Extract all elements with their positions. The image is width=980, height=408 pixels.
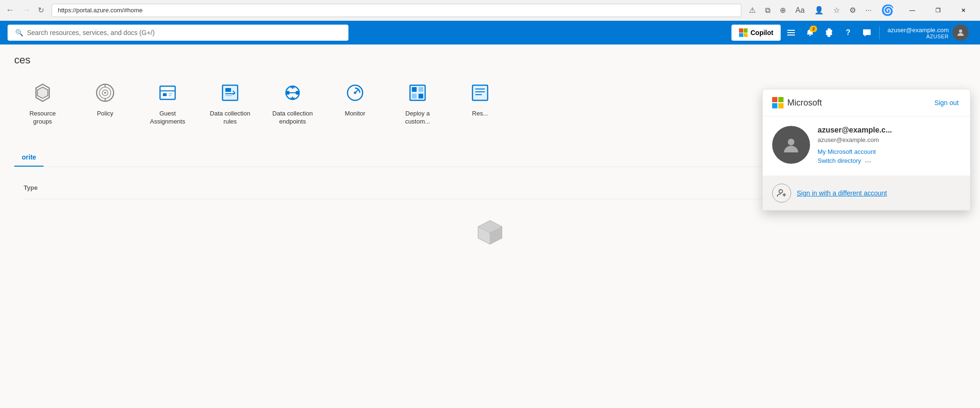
svg-rect-31: [412, 87, 417, 92]
help-button[interactable]: ?: [839, 24, 856, 41]
svg-marker-5: [37, 87, 48, 98]
svg-rect-34: [419, 94, 423, 98]
svg-rect-15: [169, 93, 172, 94]
profile-display-name: azuser@example.c...: [818, 126, 961, 134]
edge-logo: 🌀: [881, 4, 894, 17]
empty-cube-icon: [476, 218, 504, 247]
profile-email: azuser@example.com: [818, 136, 961, 143]
deploy-custom-icon: [404, 80, 431, 106]
type-column-header: Type: [24, 180, 37, 195]
monitor-icon: [342, 80, 368, 106]
my-ms-account-link[interactable]: My Microsoft account: [818, 148, 961, 155]
search-icon: 🔍: [15, 29, 23, 36]
feedback-icon: [863, 28, 871, 37]
svg-point-43: [788, 139, 794, 145]
section-label-text: ces: [14, 54, 30, 66]
favorite-tab[interactable]: orite: [14, 149, 44, 167]
help-icon: ?: [846, 28, 851, 37]
zoom-icon[interactable]: ⊕: [780, 6, 786, 15]
forward-icon[interactable]: →: [22, 5, 30, 15]
resource-groups-icon: [29, 80, 56, 106]
ms-label: Microsoft: [787, 98, 822, 108]
service-policy[interactable]: Policy: [77, 76, 134, 130]
favorite-tab-partial: orite: [22, 153, 36, 161]
profile-links-row: Switch directory ···: [818, 157, 961, 166]
service-data-collection-rules[interactable]: Data collectionrules: [202, 76, 258, 130]
sign-in-different-section[interactable]: Sign in with a different account: [763, 176, 970, 210]
profile-avatar-icon: [782, 135, 801, 154]
more-options-button[interactable]: ···: [865, 158, 871, 166]
sign-in-different-link[interactable]: Sign in with a different account: [797, 189, 887, 197]
minimize-button[interactable]: —: [901, 0, 923, 21]
main-content: ces Resourcegroups: [0, 44, 980, 408]
tab-icon[interactable]: ⧉: [765, 6, 770, 15]
svg-rect-14: [163, 93, 167, 96]
switch-directory-link[interactable]: Switch directory: [818, 157, 861, 164]
back-icon[interactable]: ←: [6, 5, 14, 15]
dropdown-header: Microsoft Sign out: [763, 89, 970, 116]
service-deploy-custom[interactable]: Deploy acustom...: [389, 76, 446, 130]
maximize-button[interactable]: ❐: [927, 0, 949, 21]
user-email: azuser@example.com: [887, 27, 949, 34]
svg-point-9: [104, 92, 106, 94]
service-data-collection-endpoints[interactable]: Data collectionendpoints: [264, 76, 321, 130]
person-add-icon: [776, 188, 787, 198]
svg-point-3: [959, 29, 962, 33]
settings-gear-icon: [825, 28, 833, 37]
browser-chrome: ← → ↻ https://portal.azure.com/#home ⚠ ⧉…: [0, 0, 980, 21]
person-icon[interactable]: 👤: [814, 6, 824, 15]
portal-menu-button[interactable]: [783, 24, 800, 41]
res-icon: [467, 80, 493, 106]
avatar: [953, 25, 969, 41]
profile-dropdown: Microsoft Sign out azuser@example.c... a…: [762, 89, 971, 211]
search-placeholder: Search resources, services, and docs (G+…: [27, 29, 155, 36]
svg-point-44: [779, 190, 783, 193]
feedback-button[interactable]: [858, 24, 875, 41]
svg-rect-18: [225, 88, 231, 92]
window-controls: — ❐ ✕: [901, 0, 974, 21]
header-right: Copilot 2 ? azus: [731, 23, 972, 43]
svg-rect-0: [787, 30, 795, 31]
reader-icon[interactable]: Aa: [795, 6, 805, 15]
service-label: Data collectionendpoints: [272, 110, 312, 126]
service-label: Policy: [97, 110, 114, 118]
service-label: Data collectionrules: [210, 110, 250, 126]
settings-button[interactable]: [820, 24, 837, 41]
service-res[interactable]: Res...: [452, 76, 508, 130]
service-guest-assignments[interactable]: GuestAssignments: [139, 76, 196, 130]
refresh-icon[interactable]: ↻: [38, 6, 44, 15]
section-label: ces: [14, 54, 966, 66]
browser-icons: ⚠ ⧉ ⊕ Aa 👤 ☆ ⚙ ··· 🌀: [749, 4, 894, 17]
svg-point-29: [354, 92, 356, 94]
service-label: Monitor: [345, 110, 365, 118]
service-label: Deploy acustom...: [405, 110, 430, 126]
alert-icon[interactable]: ⚠: [749, 6, 756, 15]
service-monitor[interactable]: Monitor: [327, 76, 383, 130]
microsoft-logo: Microsoft: [772, 97, 822, 108]
more-icon[interactable]: ···: [865, 6, 872, 15]
svg-rect-32: [419, 87, 423, 92]
data-collection-endpoints-icon: [279, 80, 306, 106]
user-avatar-icon: [956, 28, 965, 37]
sign-out-button[interactable]: Sign out: [933, 97, 961, 108]
service-label: Resourcegroups: [29, 110, 56, 126]
notifications-button[interactable]: 2: [802, 24, 819, 41]
service-resource-groups[interactable]: Resourcegroups: [14, 76, 71, 130]
ms-grid-logo: [772, 97, 784, 108]
favorites-icon[interactable]: ☆: [833, 6, 840, 15]
svg-rect-35: [472, 85, 488, 100]
profile-avatar: [772, 126, 810, 164]
user-name: AZUSER: [887, 34, 949, 39]
copilot-ms-logo: [739, 28, 748, 37]
address-bar[interactable]: https://portal.azure.com/#home: [52, 4, 741, 17]
svg-point-23: [295, 91, 299, 95]
notification-count: 2: [810, 26, 817, 32]
search-bar[interactable]: 🔍 Search resources, services, and docs (…: [8, 25, 348, 41]
settings-icon[interactable]: ⚙: [849, 6, 856, 15]
copilot-button[interactable]: Copilot: [731, 25, 781, 41]
service-label: Res...: [472, 110, 488, 118]
close-button[interactable]: ✕: [953, 0, 974, 21]
policy-icon: [92, 80, 118, 106]
user-menu[interactable]: azuser@example.com AZUSER: [883, 23, 972, 43]
portal-header: 🔍 Search resources, services, and docs (…: [0, 21, 980, 44]
